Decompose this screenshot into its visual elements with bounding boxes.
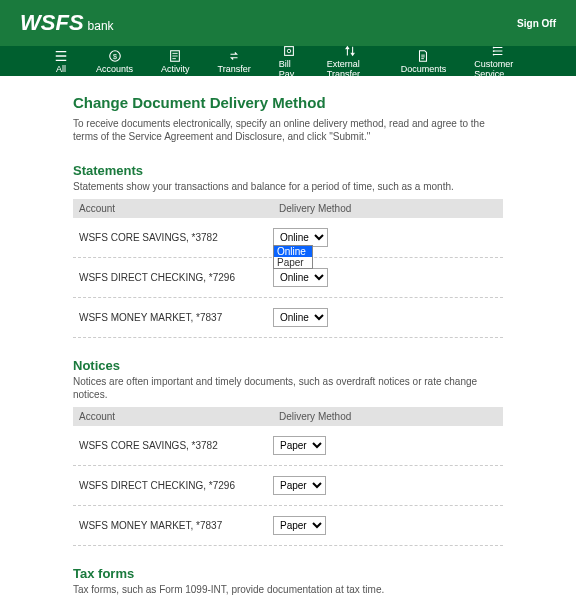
statements-table-head: Account Delivery Method <box>73 199 503 218</box>
svg-point-6 <box>493 50 495 52</box>
nav-label: All <box>56 64 66 74</box>
nav-accounts[interactable]: $ Accounts <box>82 49 147 74</box>
account-name: WSFS CORE SAVINGS, *3782 <box>79 232 273 243</box>
nav-billpay[interactable]: Bill Pay <box>265 44 313 79</box>
logo-sub: bank <box>88 19 114 33</box>
accounts-icon: $ <box>107 49 123 63</box>
delivery-method-select[interactable]: Online <box>273 268 328 287</box>
statements-desc: Statements show your transactions and ba… <box>73 180 503 193</box>
delivery-method-select[interactable]: Online <box>273 308 328 327</box>
customer-service-icon <box>490 44 506 58</box>
col-account: Account <box>73 199 273 218</box>
notices-row: WSFS CORE SAVINGS, *3782 Paper <box>73 426 503 466</box>
statements-row: WSFS MONEY MARKET, *7837 Online <box>73 298 503 338</box>
page-title: Change Document Delivery Method <box>73 94 503 111</box>
nav-documents[interactable]: Documents <box>387 49 461 74</box>
notices-table-head: Account Delivery Method <box>73 407 503 426</box>
nav-label: External Transfer <box>327 59 373 79</box>
nav-label: Accounts <box>96 64 133 74</box>
account-name: WSFS DIRECT CHECKING, *7296 <box>79 480 273 491</box>
account-name: WSFS MONEY MARKET, *7837 <box>79 520 273 531</box>
nav-all[interactable]: All <box>40 49 82 74</box>
transfer-icon <box>226 49 242 63</box>
svg-point-4 <box>287 49 291 53</box>
nav-label: Transfer <box>218 64 251 74</box>
notices-heading: Notices <box>73 358 503 373</box>
col-method: Delivery Method <box>273 199 503 218</box>
tax-desc: Tax forms, such as Form 1099-INT, provid… <box>73 583 503 596</box>
account-name: WSFS MONEY MARKET, *7837 <box>79 312 273 323</box>
notices-desc: Notices are often important and timely d… <box>73 375 503 401</box>
nav-label: Bill Pay <box>279 59 299 79</box>
statements-row: WSFS CORE SAVINGS, *3782 Online Online P… <box>73 218 503 258</box>
external-transfer-icon <box>342 44 358 58</box>
notices-row: WSFS MONEY MARKET, *7837 Paper <box>73 506 503 546</box>
page-intro: To receive documents electronically, spe… <box>73 117 503 143</box>
menu-icon <box>54 49 68 63</box>
col-account: Account <box>73 407 273 426</box>
svg-point-5 <box>493 46 495 48</box>
nav-label: Documents <box>401 64 447 74</box>
delivery-method-dropdown: Online Paper <box>273 245 313 269</box>
logo: WSFS bank <box>20 10 114 36</box>
nav-label: Activity <box>161 64 190 74</box>
delivery-method-select[interactable]: Paper <box>273 516 326 535</box>
account-name: WSFS CORE SAVINGS, *3782 <box>79 440 273 451</box>
account-name: WSFS DIRECT CHECKING, *7296 <box>79 272 273 283</box>
col-method: Delivery Method <box>273 407 503 426</box>
nav-customer-service[interactable]: Customer Service <box>460 44 536 79</box>
statements-heading: Statements <box>73 163 503 178</box>
content: Change Document Delivery Method To recei… <box>73 76 503 601</box>
notices-row: WSFS DIRECT CHECKING, *7296 Paper <box>73 466 503 506</box>
nav-transfer[interactable]: Transfer <box>204 49 265 74</box>
svg-rect-3 <box>284 46 293 55</box>
dropdown-option-online[interactable]: Online <box>274 246 312 257</box>
activity-icon <box>167 49 183 63</box>
svg-text:$: $ <box>113 52 117 59</box>
dropdown-option-paper[interactable]: Paper <box>274 257 312 268</box>
topbar: WSFS bank Sign Off <box>0 0 576 46</box>
documents-icon <box>415 49 431 63</box>
nav-external[interactable]: External Transfer <box>313 44 387 79</box>
nav-label: Customer Service <box>474 59 522 79</box>
nav-activity[interactable]: Activity <box>147 49 204 74</box>
logo-main: WSFS <box>20 10 84 36</box>
main-nav: All $ Accounts Activity Transfer Bill Pa… <box>0 46 576 76</box>
billpay-icon <box>281 44 297 58</box>
sign-off-link[interactable]: Sign Off <box>517 18 556 29</box>
svg-point-7 <box>493 53 495 55</box>
delivery-method-select[interactable]: Paper <box>273 436 326 455</box>
delivery-method-select[interactable]: Paper <box>273 476 326 495</box>
tax-heading: Tax forms <box>73 566 503 581</box>
